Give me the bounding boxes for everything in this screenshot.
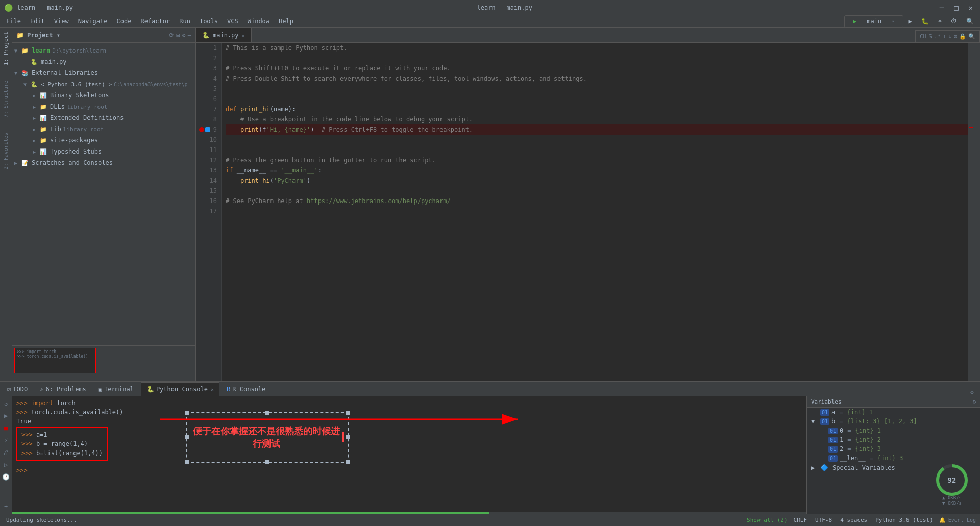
find-icon[interactable]: 🔍 — [968, 33, 975, 40]
minimize-panel-icon[interactable]: — — [188, 32, 191, 39]
tree-item-dlls[interactable]: ▶ 📁 DLLs library root — [12, 101, 195, 112]
var-equals-b1: = — [847, 436, 851, 443]
statusbar-indent[interactable]: 4 spaces — [838, 517, 869, 523]
menu-window[interactable]: Window — [243, 17, 274, 26]
tab-close-icon[interactable]: ✕ — [242, 33, 245, 38]
menu-navigate[interactable]: Navigate — [74, 17, 112, 26]
statusbar-show-all[interactable]: Show all (2) — [747, 517, 787, 523]
execute-button[interactable]: ⚡ — [3, 435, 9, 445]
var-arrow-b[interactable]: ▼ — [811, 418, 818, 425]
mainpy-label: main.py — [41, 58, 67, 65]
statusbar-python-version[interactable]: Python 3.6 (test) — [873, 517, 935, 523]
tree-item-mainpy[interactable]: 🐍 main.py — [12, 56, 195, 67]
handle-tr[interactable] — [346, 411, 350, 415]
code-content[interactable]: # This is a sample Python script. # Pres… — [222, 43, 968, 381]
menu-file[interactable]: File — [2, 17, 25, 26]
statusbar-encoding[interactable]: CRLF — [792, 517, 810, 523]
menu-tools[interactable]: Tools — [195, 17, 222, 26]
sync-icon[interactable]: ⟳ — [169, 32, 174, 39]
menu-code[interactable]: Code — [113, 17, 136, 26]
debug-button[interactable]: 🐛 — [917, 17, 933, 26]
ch-icon[interactable]: CH — [920, 33, 926, 40]
var-equals-a: = — [839, 409, 843, 416]
print-button[interactable]: 🖨 — [2, 447, 11, 458]
gear-icon[interactable]: ⚙ — [972, 398, 976, 405]
python-console-close-icon[interactable]: ✕ — [211, 387, 214, 392]
tab-python-console[interactable]: 🐍 Python Console ✕ — [141, 382, 219, 396]
text-cursor — [342, 432, 344, 442]
tree-item-external-libs[interactable]: ▼ 📚 External Libraries — [12, 67, 195, 79]
handle-tm[interactable] — [265, 411, 270, 415]
menu-vcs[interactable]: VCS — [223, 17, 242, 26]
next-icon[interactable]: ↓ — [948, 33, 952, 40]
tree-item-binary-skeletons[interactable]: ▶ 📊 Binary Skeletons — [12, 90, 195, 101]
run-button[interactable]: ▶ — [904, 17, 916, 26]
console-output[interactable]: >>> import torch >>> torch.cuda.is_avail… — [12, 396, 806, 514]
external-libs-label: External Libraries — [32, 69, 98, 77]
tab-mainpy[interactable]: 🐍 main.py ✕ — [196, 28, 252, 42]
tab-todo[interactable]: ☑ TODO — [2, 382, 33, 396]
sidebar-tab-favorites[interactable]: 2: Favorites — [2, 131, 10, 171]
separator: – — [39, 4, 43, 11]
handle-ml[interactable] — [185, 435, 189, 439]
tab-python-icon: 🐍 — [202, 32, 210, 39]
statusbar-charset[interactable]: UTF-8 — [813, 517, 834, 523]
tree-item-learn[interactable]: ▼ 📁 learn D:\pytorch\learn — [12, 45, 195, 56]
maximize-button[interactable]: □ — [951, 3, 961, 13]
minimize-button[interactable]: ─ — [937, 3, 947, 13]
stop-button[interactable]: ■ — [3, 423, 9, 433]
profile-button[interactable]: ⏱ — [947, 17, 961, 26]
folder-icon: 📁 — [16, 32, 24, 39]
menu-run[interactable]: Run — [175, 17, 194, 26]
settings-icon[interactable]: ⚙ — [966, 389, 978, 396]
var-equals-b0: = — [847, 427, 851, 434]
menu-refactor[interactable]: Refactor — [136, 17, 174, 26]
var-item-b[interactable]: ▼ 01 b = {list: 3} [1, 2, 3] — [807, 417, 980, 426]
sidebar-tab-structure[interactable]: 7: Structure — [2, 79, 10, 119]
case-icon[interactable]: S — [928, 33, 932, 40]
coverage-button[interactable]: ☂ — [934, 17, 946, 26]
close-button[interactable]: ✕ — [966, 3, 976, 13]
run-file-button[interactable]: ▷ — [3, 460, 9, 470]
menu-help[interactable]: Help — [275, 17, 298, 26]
var-arrow-special[interactable]: ▶ — [811, 464, 818, 471]
tree-item-scratches[interactable]: ▶ 📝 Scratches and Consoles — [12, 157, 195, 168]
search-everywhere-button[interactable]: 🔍 — [962, 17, 978, 26]
code-line-14: print_hi('PyCharm') — [226, 176, 968, 186]
collapse-icon[interactable]: ⊟ — [176, 32, 180, 39]
var-item-a[interactable]: 01 a = {int} 1 — [807, 408, 980, 417]
tree-item-typeshed[interactable]: ▶ 📊 Typeshed Stubs — [12, 146, 195, 157]
tree-item-python36[interactable]: ▼ 🐍 < Python 3.6 (test) > C:\anaconda3\e… — [12, 79, 195, 90]
console-line-2: >>> torch.cuda.is_available() — [16, 408, 802, 417]
tab-terminal-label: Terminal — [104, 386, 134, 393]
history-button[interactable]: 🕐 — [1, 472, 11, 482]
handle-bm[interactable] — [265, 460, 270, 464]
sidebar-tab-project[interactable]: 1: Project — [2, 30, 10, 67]
prev-icon[interactable]: ↑ — [943, 33, 946, 40]
event-log-icon[interactable]: 🔔 Event Log — [939, 517, 976, 523]
run-config-selector[interactable]: ▶ main ▾ — [844, 15, 903, 28]
handle-bl[interactable] — [185, 460, 189, 464]
tree-item-lib[interactable]: ▶ 📁 Lib library root — [12, 123, 195, 135]
site-packages-label: site-packages — [50, 137, 98, 144]
tree-item-site-packages[interactable]: ▶ 📁 site-packages — [12, 135, 195, 146]
tree-item-extended-defs[interactable]: ▶ 📊 Extended Definitions — [12, 112, 195, 123]
tab-problems[interactable]: ⚠ 6: Problems — [35, 382, 91, 396]
handle-mr[interactable] — [346, 435, 350, 439]
add-button[interactable]: + — [3, 502, 9, 512]
python36-path: C:\anaconda3\envs\test\p — [114, 82, 188, 87]
filter-icon[interactable]: ⚙ — [953, 33, 957, 40]
run-console-button[interactable]: ▶ — [3, 411, 9, 421]
menu-edit[interactable]: Edit — [26, 17, 49, 26]
lock-icon[interactable]: 🔒 — [959, 33, 966, 40]
learn-path: D:\pytorch\learn — [52, 47, 106, 54]
restart-button[interactable]: ↺ — [3, 398, 9, 409]
handle-br[interactable] — [346, 460, 350, 464]
menu-view[interactable]: View — [50, 17, 73, 26]
settings-gear-icon[interactable]: ⚙ — [182, 32, 186, 39]
console-line-b-range: >>> b = range(1,4) — [21, 439, 103, 448]
tab-terminal[interactable]: ▣ Terminal — [93, 382, 139, 396]
regex-icon[interactable]: .* — [934, 33, 941, 40]
line-9-breakpoint[interactable]: 9 — [196, 124, 217, 135]
tab-r-console[interactable]: R R Console — [222, 382, 271, 396]
